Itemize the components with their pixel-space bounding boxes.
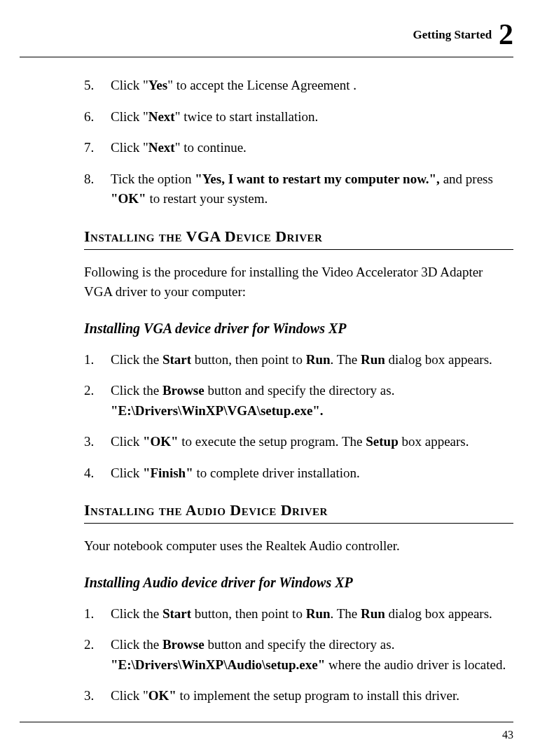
list-item: 6.Click "Next" twice to start installati… [84,107,513,127]
item-number: 3. [84,432,111,452]
item-text: Click the Start button, then point to Ru… [111,604,513,624]
vga-sub-heading: Installing VGA device driver for Windows… [84,318,513,339]
item-text: Click "Finish" to complete driver instal… [111,463,513,484]
list-item: 7.Click "Next" to continue. [84,138,513,158]
page-footer: 43 [20,722,513,743]
list-item: 4.Click "Finish" to complete driver inst… [84,463,513,484]
header-title: Getting Started [413,28,492,41]
list-item: 1.Click the Start button, then point to … [84,350,513,370]
item-number: 3. [84,686,111,706]
page-content: 5.Click "Yes" to accept the License Agre… [84,76,513,718]
item-text: Click "Next" to continue. [111,138,513,158]
list-item: 2.Click the Browse button and specify th… [84,381,513,421]
list-item: 2.Click the Browse button and specify th… [84,635,513,675]
item-number: 1. [84,350,111,370]
audio-intro-paragraph: Your notebook computer uses the Realtek … [84,536,513,556]
audio-instruction-list: 1.Click the Start button, then point to … [84,604,513,706]
vga-intro-paragraph: Following is the procedure for installin… [84,262,513,302]
item-number: 2. [84,381,111,421]
item-text: Click the Start button, then point to Ru… [111,350,513,370]
first-instruction-list: 5.Click "Yes" to accept the License Agre… [84,76,513,209]
page-header: Getting Started 2 [20,13,513,57]
item-number: 7. [84,138,111,158]
item-text: Click "OK" to execute the setup program.… [111,432,513,452]
header-chapter-number: 2 [499,18,513,50]
item-text: Click the Browse button and specify the … [111,381,513,421]
list-item: 5.Click "Yes" to accept the License Agre… [84,76,513,96]
page-number: 43 [502,729,513,741]
list-item: 1.Click the Start button, then point to … [84,604,513,624]
audio-section-heading: Installing the Audio Device Driver [84,498,513,524]
item-text: Click "Yes" to accept the License Agreem… [111,76,513,96]
list-item: 3.Click "OK" to execute the setup progra… [84,432,513,452]
audio-sub-heading: Installing Audio device driver for Windo… [84,572,513,593]
item-number: 4. [84,463,111,484]
item-number: 5. [84,76,111,96]
item-text: Click "Next" twice to start installation… [111,107,513,127]
item-number: 2. [84,635,111,675]
item-number: 8. [84,169,111,209]
list-item: 3.Click "OK" to implement the setup prog… [84,686,513,706]
item-number: 6. [84,107,111,127]
item-text: Click "OK" to implement the setup progra… [111,686,513,706]
item-text: Click the Browse button and specify the … [111,635,513,675]
list-item: 8.Tick the option "Yes, I want to restar… [84,169,513,209]
vga-section-heading: Installing the VGA Device Driver [84,225,513,250]
item-number: 1. [84,604,111,624]
item-text: Tick the option "Yes, I want to restart … [111,169,513,209]
vga-instruction-list: 1.Click the Start button, then point to … [84,350,513,484]
